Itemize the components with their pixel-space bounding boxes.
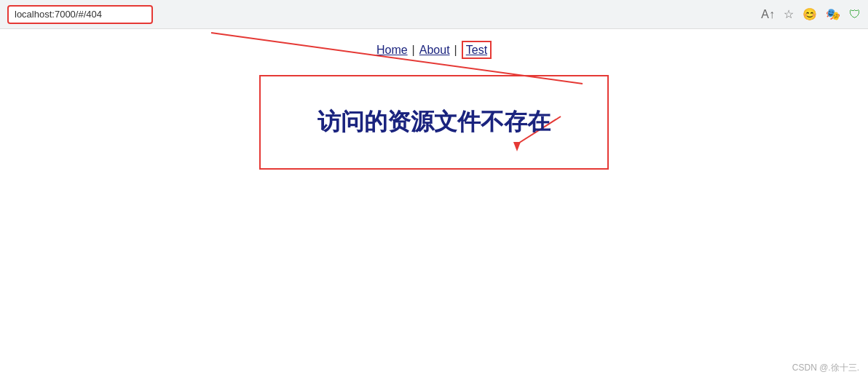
watermark-text: CSDN @.徐十三. bbox=[792, 363, 859, 373]
navigation: Home | About | Test bbox=[0, 29, 868, 68]
nav-test-wrapper: Test bbox=[462, 44, 492, 57]
address-bar[interactable]: localhost:7000/#/404 bbox=[7, 5, 153, 24]
csdn-watermark: CSDN @.徐十三. bbox=[792, 362, 859, 374]
nav-about-link[interactable]: About bbox=[419, 44, 450, 57]
extensions-icon[interactable]: 🎭 bbox=[826, 7, 840, 21]
browser-chrome: localhost:7000/#/404 A↑ ☆ 😊 🎭 🛡 bbox=[0, 0, 868, 29]
font-size-icon[interactable]: A↑ bbox=[761, 8, 775, 21]
nav-home-link[interactable]: Home bbox=[376, 44, 408, 57]
error-container: 访问的资源文件不存在 bbox=[259, 75, 609, 170]
error-message: 访问的资源文件不存在 bbox=[317, 106, 551, 138]
shield-icon[interactable]: 🛡 bbox=[849, 8, 861, 21]
nav-test-box: Test bbox=[462, 41, 492, 59]
address-bar-text: localhost:7000/#/404 bbox=[15, 9, 102, 20]
browser-icons: A↑ ☆ 😊 🎭 🛡 bbox=[761, 7, 861, 21]
nav-separator-1: | bbox=[412, 44, 415, 57]
nav-test-link[interactable]: Test bbox=[466, 44, 487, 56]
emoji-icon[interactable]: 😊 bbox=[802, 7, 817, 21]
nav-separator-2: | bbox=[454, 44, 457, 57]
star-icon[interactable]: ☆ bbox=[784, 7, 794, 21]
page-content: Home | About | Test 访问的资源文件不存在 CSDN @.徐十… bbox=[0, 29, 868, 380]
